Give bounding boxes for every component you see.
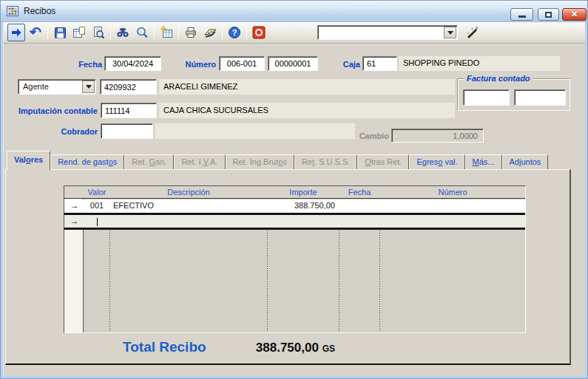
save-button[interactable] bbox=[51, 24, 69, 41]
tab-egreso-val[interactable]: Egreso val. bbox=[409, 154, 464, 170]
cambio-field bbox=[391, 129, 484, 143]
magic-wand-icon bbox=[465, 25, 480, 40]
tools-button[interactable] bbox=[465, 25, 480, 40]
factura-contado-field-1[interactable] bbox=[463, 89, 510, 106]
combo-dropdown-button[interactable] bbox=[444, 27, 456, 38]
grid-row-2-current[interactable]: → bbox=[64, 215, 525, 228]
cobrador-nombre-display bbox=[155, 123, 355, 139]
app-grid-icon bbox=[7, 5, 18, 17]
factura-contado-input-1[interactable] bbox=[464, 90, 509, 105]
cobrador-input[interactable] bbox=[101, 124, 152, 138]
valores-grid[interactable]: Valor Descripción Importe Fecha Número →… bbox=[64, 185, 526, 333]
tab-adjuntos[interactable]: Adjuntos bbox=[502, 154, 549, 170]
header-descripcion: Descripción bbox=[110, 186, 267, 198]
caja-nombre-display: SHOPPING PINEDO bbox=[399, 56, 560, 71]
minimize-icon bbox=[518, 16, 526, 18]
undo-button[interactable]: ↶ bbox=[27, 24, 44, 41]
print-preview-icon bbox=[92, 26, 105, 39]
cell-importe[interactable] bbox=[268, 215, 339, 228]
find-button[interactable] bbox=[114, 24, 132, 41]
agente-codigo-input[interactable] bbox=[101, 80, 156, 94]
factura-contado-field-2[interactable] bbox=[514, 89, 566, 106]
agente-dropdown-button[interactable] bbox=[82, 81, 95, 93]
toolbar-separator bbox=[154, 25, 155, 40]
total-recibo-amount: 388.750,00 GS bbox=[206, 341, 335, 355]
grid-row-1[interactable]: → 001 EFECTIVO 388.750,00 bbox=[64, 199, 525, 213]
numero-input[interactable] bbox=[268, 57, 317, 70]
agente-codigo-field[interactable] bbox=[100, 79, 157, 95]
agente-combo-value: Agente bbox=[23, 82, 49, 91]
tab-ret-ing-brutos: Ret. Ing.Brutos bbox=[226, 154, 294, 170]
caja-field[interactable] bbox=[362, 56, 397, 71]
maximize-button[interactable] bbox=[538, 8, 559, 21]
cell-descripcion[interactable] bbox=[110, 215, 267, 228]
new-record-button[interactable] bbox=[158, 24, 175, 41]
current-row-arrow-icon: → bbox=[64, 215, 84, 228]
cell-numero[interactable] bbox=[380, 215, 525, 228]
toolbar-combobox[interactable] bbox=[317, 25, 458, 40]
cell-fecha[interactable] bbox=[339, 199, 379, 213]
close-button[interactable]: ✕ bbox=[562, 8, 587, 21]
toolbar-separator bbox=[47, 25, 48, 40]
total-amount-value: 388.750,00 bbox=[256, 341, 319, 355]
tab-ret-gan: Ret. Gan. bbox=[124, 154, 174, 170]
help-icon: ? bbox=[228, 26, 241, 39]
numero-field[interactable] bbox=[268, 56, 318, 71]
preview-button[interactable] bbox=[89, 24, 107, 41]
accept-button[interactable] bbox=[7, 24, 25, 41]
tab-otras-ret: Otras Ret. bbox=[357, 154, 409, 170]
client-area: ↶ bbox=[3, 22, 585, 376]
title-bar: Recibos ✕ bbox=[1, 1, 587, 22]
tab-bar: Valores Rend. de gastos Ret. Gan. Ret. I… bbox=[7, 151, 548, 170]
text-caret bbox=[97, 218, 98, 226]
cell-valor-editing[interactable] bbox=[84, 215, 109, 228]
tab-rend-de-gastos[interactable]: Rend. de gastos bbox=[50, 154, 124, 170]
exit-button[interactable] bbox=[250, 24, 268, 41]
caja-input[interactable] bbox=[363, 57, 396, 70]
minimize-button[interactable] bbox=[510, 8, 533, 21]
cobrador-field[interactable] bbox=[101, 123, 153, 139]
export-button[interactable] bbox=[201, 24, 219, 41]
cell-importe[interactable]: 388.750,00 bbox=[268, 199, 339, 213]
imputacion-nombre-display: CAJA CHICA SUCURSALES bbox=[159, 103, 455, 118]
factura-contado-input-2[interactable] bbox=[515, 90, 565, 105]
cobrador-label: Cobrador bbox=[38, 127, 98, 136]
numero-serie-input[interactable] bbox=[220, 57, 264, 70]
fecha-field[interactable] bbox=[104, 56, 161, 71]
copy-record-button[interactable] bbox=[70, 24, 88, 41]
factura-contado-label: Factura contado bbox=[464, 74, 533, 83]
fecha-input[interactable] bbox=[105, 57, 160, 70]
cell-valor[interactable]: 001 bbox=[84, 199, 109, 213]
caja-label: Caja bbox=[323, 60, 360, 69]
save-icon bbox=[54, 27, 67, 39]
row-separator bbox=[64, 228, 525, 230]
svg-text:?: ? bbox=[232, 28, 237, 37]
cell-fecha[interactable] bbox=[339, 215, 379, 228]
cell-descripcion[interactable]: EFECTIVO bbox=[110, 199, 267, 213]
close-icon: ✕ bbox=[571, 10, 578, 19]
imputacion-codigo-field[interactable] bbox=[101, 103, 157, 118]
toolbar: ↶ bbox=[4, 22, 585, 44]
numero-label: Número bbox=[157, 60, 216, 69]
print-button[interactable] bbox=[182, 24, 200, 41]
imputacion-codigo-input[interactable] bbox=[101, 103, 156, 117]
search-button[interactable] bbox=[133, 24, 151, 41]
total-recibo-label: Total Recibo bbox=[123, 339, 206, 355]
cell-numero[interactable] bbox=[380, 199, 525, 213]
cambio-label: Cambio bbox=[330, 132, 389, 140]
agente-combobox[interactable]: Agente bbox=[18, 79, 96, 95]
scanner-icon bbox=[203, 26, 217, 39]
numero-serie-field[interactable] bbox=[219, 56, 265, 71]
header-numero: Número bbox=[380, 186, 525, 198]
window-title: Recibos bbox=[24, 6, 55, 16]
help-button[interactable]: ? bbox=[226, 24, 243, 41]
chevron-down-icon bbox=[86, 85, 92, 89]
toolbar-separator bbox=[222, 25, 223, 40]
copy-grid-icon bbox=[72, 26, 86, 39]
tab-mas[interactable]: Más... bbox=[465, 154, 502, 170]
tab-valores[interactable]: Valores bbox=[7, 151, 50, 170]
imputacion-label: Imputación contable bbox=[5, 106, 98, 115]
toolbar-combo-input[interactable] bbox=[320, 27, 442, 38]
header-importe: Importe bbox=[268, 186, 339, 198]
cambio-input bbox=[392, 129, 483, 142]
